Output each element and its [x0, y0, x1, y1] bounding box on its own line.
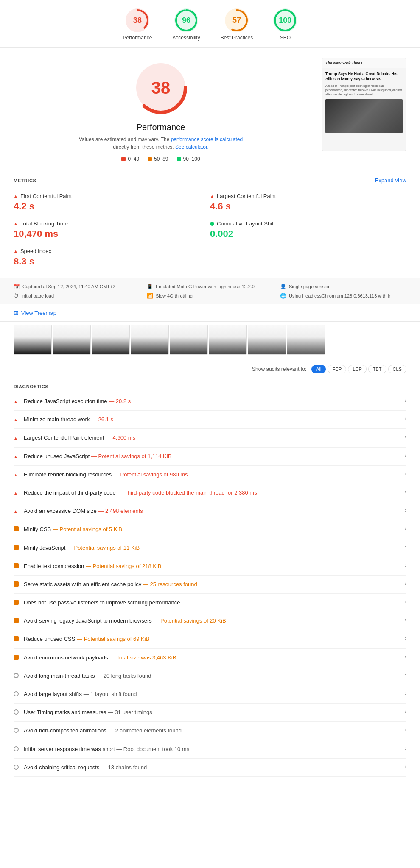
audit-detail: — 2,498 elements: [97, 508, 143, 514]
audit-detail: — Total size was 3,463 KiB: [108, 654, 176, 661]
audit-icon-col: [14, 746, 24, 753]
env-icon: ⏱: [14, 293, 19, 299]
audit-chevron: ›: [398, 709, 406, 715]
audit-icon-col: [14, 690, 24, 698]
score-label-best-practices: Best Practices: [221, 35, 253, 41]
score-item-seo[interactable]: 100 SEO: [273, 8, 297, 41]
audit-detail: — 26.1 s: [90, 416, 113, 423]
audit-title: Reduce JavaScript execution time: [24, 398, 107, 404]
audit-item-dom-size[interactable]: ▲ Avoid an excessive DOM size — 2,498 el…: [14, 502, 406, 520]
audit-item-network-payloads[interactable]: Avoid enormous network payloads — Total …: [14, 649, 406, 667]
filter-buttons: AllFCPLCPTBTCLS: [311, 365, 406, 373]
filmstrip-item: [209, 325, 247, 355]
audit-content: Eliminate render-blocking resources — Po…: [24, 471, 398, 479]
audit-detail: — 20.2 s: [107, 398, 131, 404]
audit-detail: — Potential savings of 980 ms: [112, 471, 188, 478]
audit-chevron: ›: [398, 654, 406, 660]
audit-item-legacy-js[interactable]: Avoid serving legacy JavaScript to moder…: [14, 612, 406, 630]
audit-item-server-response[interactable]: Initial server response time was short —…: [14, 740, 406, 759]
screenshot-header: The New York Times: [322, 58, 406, 68]
audit-icon-col: [14, 672, 24, 679]
audit-item-cache-policy[interactable]: Serve static assets with an efficient ca…: [14, 576, 406, 594]
audit-content: Avoid non-composited animations — 2 anim…: [24, 727, 398, 734]
audit-chevron: ›: [398, 544, 406, 550]
audit-detail: — Third-party code blocked the main thre…: [116, 490, 257, 496]
filter-btn-lcp[interactable]: LCP: [348, 365, 366, 373]
audit-chevron: ›: [398, 727, 406, 733]
score-item-accessibility[interactable]: 96 Accessibility: [172, 8, 200, 41]
audit-item-non-composited[interactable]: Avoid non-composited animations — 2 anim…: [14, 722, 406, 740]
big-gauge: 38: [131, 58, 190, 117]
audit-item-passive-listeners[interactable]: Does not use passive listeners to improv…: [14, 594, 406, 612]
audit-chevron: ›: [398, 617, 406, 623]
metric-name: Cumulative Layout Shift: [210, 220, 406, 227]
audit-content: Reduce unused JavaScript — Potential sav…: [24, 453, 398, 460]
calc-link[interactable]: See calculator.: [175, 144, 209, 150]
audit-icon-tri: ▲: [14, 417, 18, 422]
legend-item: 50–89: [148, 156, 168, 162]
perf-title: Performance: [14, 122, 308, 132]
audit-icon-col: ▲: [14, 507, 24, 514]
audit-item-user-timing[interactable]: User Timing marks and measures — 31 user…: [14, 704, 406, 722]
filter-btn-cls[interactable]: CLS: [388, 365, 406, 373]
filter-btn-all[interactable]: All: [311, 365, 326, 373]
filmstrip-screenshot: [131, 325, 169, 355]
env-text: Using HeadlessChromium 128.0.6613.113 wi…: [289, 293, 390, 298]
treemap-section: ⊞ View Treemap: [0, 304, 420, 322]
env-text: Single page session: [289, 284, 330, 289]
audit-content: Does not use passive listeners to improv…: [24, 599, 398, 606]
metric-item-si: ▲ Speed Index 8.3 s: [14, 244, 210, 271]
audit-item-unused-css[interactable]: Reduce unused CSS — Potential savings of…: [14, 630, 406, 648]
audit-title: Avoid large layout shifts: [24, 691, 82, 697]
audit-icon-col: [14, 544, 24, 551]
score-item-performance[interactable]: 38 Performance: [123, 8, 152, 41]
audit-detail: — Potential savings of 69 KiB: [75, 636, 149, 642]
score-item-best-practices[interactable]: 57 Best Practices: [221, 8, 253, 41]
audit-chevron: ›: [398, 746, 406, 751]
audit-item-render-blocking[interactable]: ▲ Eliminate render-blocking resources — …: [14, 466, 406, 484]
filmstrip-item: [131, 325, 169, 355]
audit-detail: — Potential savings of 5 KiB: [51, 526, 122, 532]
tri-icon: ▲: [14, 249, 18, 253]
filter-btn-tbt[interactable]: TBT: [368, 365, 386, 373]
audit-icon-tri: ▲: [14, 509, 18, 514]
env-icon: 📅: [14, 284, 20, 289]
perf-score-link[interactable]: performance score is calculated: [171, 136, 243, 142]
audit-item-text-compression[interactable]: Enable text compression — Potential savi…: [14, 557, 406, 576]
filter-btn-fcp[interactable]: FCP: [328, 365, 346, 373]
audit-detail: — 2 animated elements found: [106, 727, 182, 734]
audit-item-js-exec[interactable]: ▲ Reduce JavaScript execution time — 20.…: [14, 392, 406, 411]
audit-content: Reduce JavaScript execution time — 20.2 …: [24, 398, 398, 405]
audit-item-main-thread[interactable]: ▲ Minimize main-thread work — 26.1 s ›: [14, 411, 406, 429]
audit-item-long-tasks[interactable]: Avoid long main-thread tasks — 20 long t…: [14, 667, 406, 685]
audit-icon-col: ▲: [14, 434, 24, 441]
audit-content: Minimize main-thread work — 26.1 s: [24, 416, 398, 423]
expand-view-link[interactable]: Expand view: [375, 178, 406, 184]
diagnostics-header: DIAGNOSTICS: [14, 377, 406, 392]
audit-title: Avoid serving legacy JavaScript to moder…: [24, 618, 152, 624]
filmstrip-screenshot: [14, 325, 52, 355]
filmstrip-screenshot: [209, 325, 247, 355]
screenshot-headline: Trump Says He Had a Great Debate. His Al…: [325, 72, 403, 81]
metric-value: 0.002: [210, 228, 406, 239]
audit-item-minify-js[interactable]: Minify JavaScript — Potential savings of…: [14, 539, 406, 557]
audit-icon-col: ▲: [14, 416, 24, 423]
audit-item-third-party[interactable]: ▲ Reduce the impact of third-party code …: [14, 484, 406, 502]
audit-item-minify-css[interactable]: Minify CSS — Potential savings of 5 KiB …: [14, 520, 406, 539]
audit-icon-col: ▲: [14, 471, 24, 478]
audit-item-unused-js[interactable]: ▲ Reduce unused JavaScript — Potential s…: [14, 448, 406, 466]
audit-detail: — 4,600 ms: [104, 434, 135, 441]
audit-icon-sq: [14, 618, 19, 623]
audit-content: Avoid chaining critical requests — 13 ch…: [24, 764, 398, 771]
audit-content: User Timing marks and measures — 31 user…: [24, 709, 398, 716]
audit-detail: — Potential savings of 11 KiB: [65, 545, 140, 551]
env-icon: 👤: [280, 284, 286, 289]
audit-icon-col: [14, 709, 24, 716]
audit-item-critical-requests[interactable]: Avoid chaining critical requests — 13 ch…: [14, 759, 406, 777]
filmstrip-screenshot: [92, 325, 130, 355]
audit-item-lcp-element[interactable]: ▲ Largest Contentful Paint element — 4,6…: [14, 429, 406, 447]
audit-item-layout-shifts[interactable]: Avoid large layout shifts — 1 layout shi…: [14, 685, 406, 704]
treemap-link[interactable]: ⊞ View Treemap: [14, 309, 406, 316]
env-text: Emulated Moto G Power with Lighthouse 12…: [156, 284, 255, 289]
audit-title: Minify JavaScript: [24, 545, 65, 551]
